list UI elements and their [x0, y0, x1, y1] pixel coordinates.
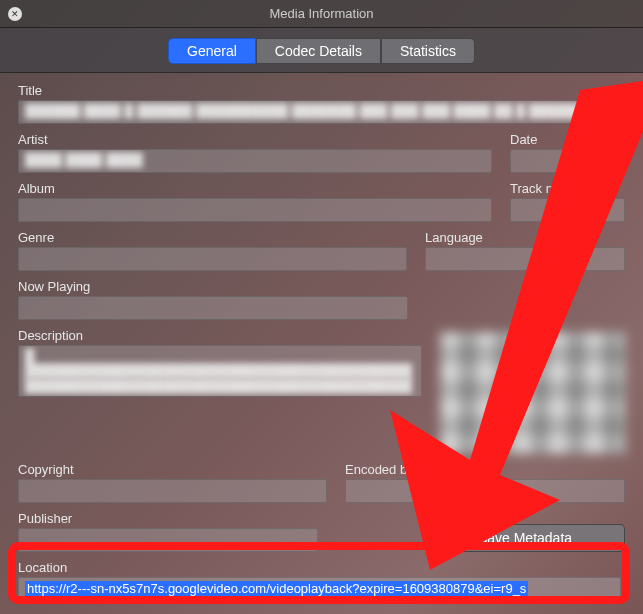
- field-album[interactable]: [18, 198, 492, 222]
- field-title[interactable]: ██████ ████ █ ██████ ██████████ ███████ …: [18, 100, 621, 124]
- field-description[interactable]: █ ██████████████████████████████████████…: [18, 345, 422, 397]
- label-artist: Artist: [18, 132, 492, 147]
- label-title: Title: [18, 83, 621, 98]
- field-now-playing[interactable]: [18, 296, 408, 320]
- field-copyright[interactable]: [18, 479, 327, 503]
- field-encoded-by[interactable]: [345, 479, 625, 503]
- field-location[interactable]: https://r2---sn-nx5s7n7s.googlevideo.com…: [18, 577, 621, 601]
- tab-general[interactable]: General: [168, 38, 256, 64]
- label-publisher: Publisher: [18, 511, 318, 526]
- location-value: https://r2---sn-nx5s7n7s.googlevideo.com…: [25, 581, 528, 596]
- label-track: Track number: [510, 181, 625, 196]
- field-language[interactable]: [425, 247, 625, 271]
- tab-bar: General Codec Details Statistics: [0, 28, 643, 73]
- label-date: Date: [510, 132, 625, 147]
- window-title: Media Information: [269, 6, 373, 21]
- label-location: Location: [18, 560, 621, 575]
- title-bar: ✕ Media Information: [0, 0, 643, 28]
- label-copyright: Copyright: [18, 462, 327, 477]
- general-pane: Title ██████ ████ █ ██████ ██████████ ██…: [0, 73, 643, 614]
- tab-stats[interactable]: Statistics: [381, 38, 475, 64]
- field-artist[interactable]: ████ ████ ████: [18, 149, 492, 173]
- label-language: Language: [425, 230, 625, 245]
- field-date[interactable]: [510, 149, 625, 173]
- tab-codec[interactable]: Codec Details: [256, 38, 381, 64]
- label-now-playing: Now Playing: [18, 279, 408, 294]
- field-track[interactable]: [510, 198, 625, 222]
- save-metadata-button[interactable]: Save Metadata: [425, 524, 625, 552]
- label-album: Album: [18, 181, 492, 196]
- label-genre: Genre: [18, 230, 407, 245]
- close-icon[interactable]: ✕: [8, 7, 22, 21]
- field-genre[interactable]: [18, 247, 407, 271]
- label-encoded-by: Encoded by: [345, 462, 625, 477]
- artwork-thumbnail: [440, 332, 625, 454]
- field-publisher[interactable]: [18, 528, 318, 552]
- label-description: Description: [18, 328, 422, 343]
